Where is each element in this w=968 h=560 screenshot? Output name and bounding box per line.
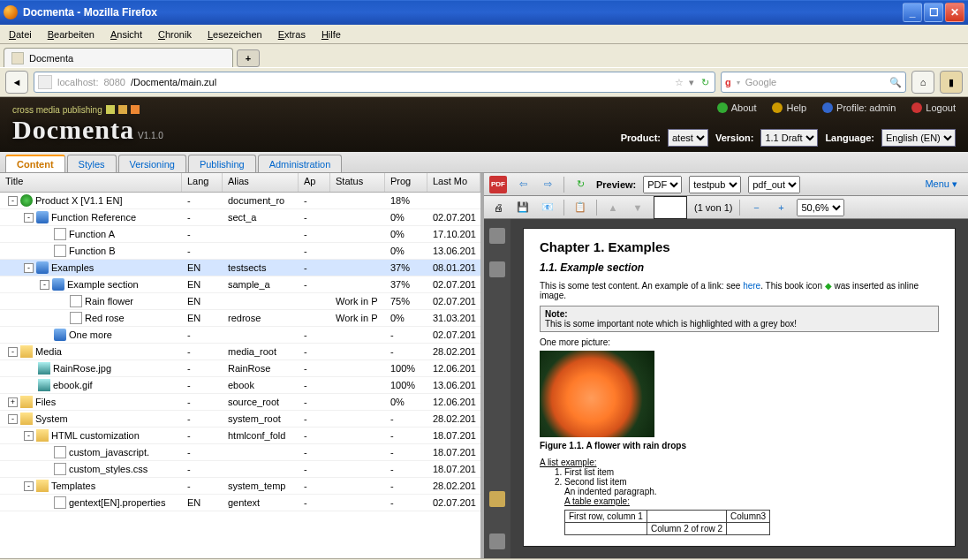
tree-toggle[interactable]: - bbox=[40, 280, 49, 290]
pdf-page-area[interactable]: Chapter 1. Examples 1.1. Example section… bbox=[510, 219, 968, 558]
tab-content[interactable]: Content bbox=[5, 155, 65, 172]
tree-toggle[interactable]: - bbox=[8, 196, 18, 206]
pdf-icon[interactable]: PDF bbox=[489, 176, 507, 193]
tree-row[interactable]: -Product X [V1.1 EN]-document_ro-18% bbox=[0, 193, 480, 209]
tab-versioning[interactable]: Versioning bbox=[118, 155, 186, 172]
new-tab-button[interactable]: + bbox=[237, 49, 260, 67]
dropdown-icon[interactable]: ▾ bbox=[689, 77, 694, 88]
tree-row[interactable]: -HTML customization-htmlconf_fold--18.07… bbox=[0, 428, 480, 444]
search-go-icon[interactable]: 🔍 bbox=[889, 77, 902, 88]
home-button[interactable]: ⌂ bbox=[911, 71, 934, 94]
col-title[interactable]: Title bbox=[0, 173, 182, 192]
reload-icon[interactable]: ↻ bbox=[701, 77, 709, 88]
tree-row[interactable]: Function B--0%13.06.201 bbox=[0, 243, 480, 260]
tree-row[interactable]: RainRose.jpg-RainRose-100%12.06.201 bbox=[0, 360, 480, 377]
preview-format-select[interactable]: PDF bbox=[643, 176, 682, 193]
col-lang[interactable]: Lang bbox=[182, 173, 223, 192]
nav-back-icon[interactable]: ⇦ bbox=[514, 176, 532, 193]
menu-extras[interactable]: Extras bbox=[278, 29, 306, 40]
tree-row[interactable]: custom_javascript.---18.07.201 bbox=[0, 444, 480, 461]
copy-text-icon[interactable]: 📋 bbox=[571, 199, 589, 216]
page-number-input[interactable] bbox=[654, 196, 687, 219]
zoom-select[interactable]: 50,6% bbox=[797, 199, 844, 216]
tree-row[interactable]: +Files-source_root-0%12.06.201 bbox=[0, 394, 480, 411]
language-select[interactable]: English (EN) bbox=[881, 129, 956, 147]
col-alias[interactable]: Alias bbox=[223, 173, 299, 192]
preview-out-select[interactable]: pdf_out bbox=[748, 176, 800, 193]
profile-link[interactable]: Profile: admin bbox=[822, 102, 896, 113]
tree-toggle[interactable]: + bbox=[8, 397, 18, 407]
tree-row[interactable]: Red roseENredroseWork in P0%31.03.201 bbox=[0, 310, 480, 327]
close-button[interactable]: ✕ bbox=[945, 3, 964, 22]
back-button[interactable]: ◄ bbox=[5, 71, 28, 94]
menu-ansicht[interactable]: Ansicht bbox=[110, 29, 142, 40]
nav-fwd-icon[interactable]: ⇨ bbox=[539, 176, 556, 193]
page-up-icon[interactable]: ▲ bbox=[604, 199, 622, 216]
tree-item-label: Function B bbox=[69, 246, 116, 256]
version-select[interactable]: 1.1 Draft bbox=[760, 129, 818, 147]
tree-toggle[interactable]: - bbox=[24, 481, 34, 491]
maximize-button[interactable]: ☐ bbox=[924, 3, 943, 22]
tree-toggle[interactable]: - bbox=[24, 263, 34, 273]
bookmarks-icon[interactable] bbox=[489, 261, 505, 277]
tree-row[interactable]: -Templates-system_temp--28.02.201 bbox=[0, 478, 480, 495]
about-link[interactable]: About bbox=[717, 102, 757, 113]
menu-chronik[interactable]: Chronik bbox=[158, 29, 192, 40]
tree-row[interactable]: -ExamplesENtestsects-37%08.01.201 bbox=[0, 260, 480, 276]
print-icon[interactable]: 🖨 bbox=[489, 199, 507, 216]
tree-row[interactable]: gentext[EN].propertiesENgentext--02.07.2… bbox=[0, 495, 480, 511]
search-engine-dropdown-icon[interactable]: ▾ bbox=[737, 79, 740, 87]
comments-icon[interactable] bbox=[489, 491, 505, 507]
zoom-in-icon[interactable]: + bbox=[772, 199, 790, 216]
tree-toggle[interactable]: - bbox=[8, 347, 18, 357]
tree-row[interactable]: One more---02.07.201 bbox=[0, 327, 480, 344]
tree-row[interactable]: Function A--0%17.10.201 bbox=[0, 226, 480, 243]
tab-styles[interactable]: Styles bbox=[67, 155, 117, 172]
tree-row[interactable]: -Media-media_root--28.02.201 bbox=[0, 344, 480, 360]
tree-toggle[interactable]: - bbox=[24, 431, 34, 441]
preview-pub-select[interactable]: testpub bbox=[689, 176, 741, 193]
bookmark-star-icon[interactable]: ☆ bbox=[675, 77, 684, 88]
page-down-icon[interactable]: ▼ bbox=[629, 199, 647, 216]
tree-row[interactable]: custom_styles.css---18.07.201 bbox=[0, 461, 480, 478]
bookmarks-button[interactable]: ▮ bbox=[940, 71, 963, 94]
menu-datei[interactable]: Datei bbox=[9, 29, 32, 40]
url-bar[interactable]: localhost:8080/Docmenta/main.zul ☆ ▾ ↻ bbox=[34, 72, 715, 93]
menu-hilfe[interactable]: Hilfe bbox=[321, 29, 341, 40]
tab-administration[interactable]: Administration bbox=[258, 155, 343, 172]
product-select[interactable]: atest bbox=[668, 129, 708, 147]
minimize-button[interactable]: _ bbox=[903, 3, 922, 22]
menu-lesezeichen[interactable]: Lesezeichen bbox=[208, 29, 262, 40]
save-icon[interactable]: 💾 bbox=[514, 199, 532, 216]
menu-bearbeiten[interactable]: Bearbeiten bbox=[48, 29, 95, 40]
zoom-out-icon[interactable]: − bbox=[747, 199, 765, 216]
col-ap[interactable]: Ap bbox=[299, 173, 330, 192]
sample-link[interactable]: here bbox=[743, 281, 760, 291]
logout-link[interactable]: Logout bbox=[911, 102, 956, 113]
tree-toggle[interactable]: - bbox=[8, 414, 18, 424]
tab-publishing[interactable]: Publishing bbox=[188, 155, 256, 172]
tree-body[interactable]: -Product X [V1.1 EN]-document_ro-18%-Fun… bbox=[0, 193, 480, 558]
attachments-icon[interactable] bbox=[489, 534, 505, 549]
col-lm[interactable]: Last Mo bbox=[427, 173, 480, 192]
col-status[interactable]: Status bbox=[330, 173, 385, 192]
help-link[interactable]: Help bbox=[772, 102, 806, 113]
col-prog[interactable]: Prog bbox=[385, 173, 427, 192]
mail-icon[interactable]: 📧 bbox=[539, 199, 556, 216]
tree-toggle[interactable]: - bbox=[24, 213, 34, 223]
tree-item-label: gentext[EN].properties bbox=[69, 497, 165, 508]
tree-row[interactable]: ebook.gif-ebook-100%13.06.201 bbox=[0, 377, 480, 394]
refresh-icon[interactable]: ↻ bbox=[571, 176, 589, 193]
tree-row[interactable]: -System-system_root--28.02.201 bbox=[0, 411, 480, 428]
tree-item-label: Rain flower bbox=[85, 296, 133, 306]
tree-row[interactable]: -Function Reference-sect_a-0%02.07.201 bbox=[0, 209, 480, 226]
doc-icon bbox=[54, 463, 66, 475]
preview-menu[interactable]: Menu ▾ bbox=[919, 178, 963, 190]
browser-tab[interactable]: Docmenta bbox=[4, 48, 233, 67]
tree-row[interactable]: Rain flowerENWork in P75%02.07.201 bbox=[0, 293, 480, 310]
tree-row[interactable]: -Example sectionENsample_a-37%02.07.201 bbox=[0, 276, 480, 293]
page-count: (1 von 1) bbox=[694, 202, 732, 213]
doc-icon bbox=[54, 446, 66, 458]
search-box[interactable]: g ▾ Google 🔍 bbox=[721, 72, 906, 93]
thumbnails-icon[interactable] bbox=[489, 228, 505, 244]
